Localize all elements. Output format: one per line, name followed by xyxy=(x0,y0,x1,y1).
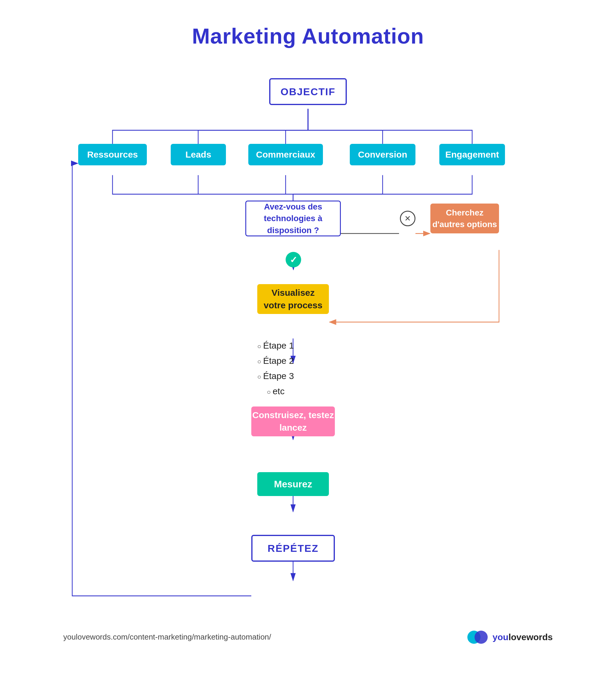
svg-point-4 xyxy=(475,631,488,644)
mesurez-node: Mesurez xyxy=(257,472,329,496)
step-3: Étape 3 xyxy=(257,368,294,383)
conversion-node: Conversion xyxy=(350,144,415,165)
steps-list: Étape 1 Étape 2 Étape 3 etc xyxy=(257,338,294,399)
page-title: Marketing Automation xyxy=(192,24,424,48)
step-1: Étape 1 xyxy=(257,338,294,353)
no-option-node: Cherchez d'autres options xyxy=(430,203,499,233)
logo-icon xyxy=(468,629,488,645)
engagement-node: Engagement xyxy=(439,144,505,165)
footer-url: youlovewords.com/content-marketing/marke… xyxy=(63,632,271,642)
objectif-node: OBJECTIF xyxy=(269,78,347,105)
decision-node: Avez-vous des technologies à disposition… xyxy=(245,201,341,236)
visualisez-node: Visualisez votre process xyxy=(257,284,329,314)
construisez-node: Construisez, testez lancez xyxy=(251,407,335,436)
check-circle: ✓ xyxy=(285,252,301,268)
footer: youlovewords.com/content-marketing/marke… xyxy=(63,629,553,645)
brand-logo: youlovewords xyxy=(468,629,553,645)
leads-node: Leads xyxy=(171,144,226,165)
step-etc: etc xyxy=(257,383,294,399)
logo-text: youlovewords xyxy=(493,632,553,642)
repetez-node: RÉPÉTEZ xyxy=(251,535,335,562)
cross-circle: ✕ xyxy=(400,211,415,226)
step-2: Étape 2 xyxy=(257,353,294,368)
diagram: OBJECTIF Ressources Leads Commerciaux Co… xyxy=(39,66,577,663)
commerciaux-node: Commerciaux xyxy=(248,144,323,165)
ressources-node: Ressources xyxy=(78,144,147,165)
